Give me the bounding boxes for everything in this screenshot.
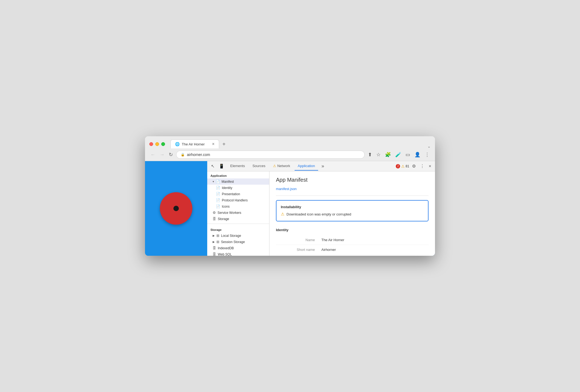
tab-sources[interactable]: Sources — [249, 162, 269, 171]
devtools-more-button[interactable]: ⋮ — [418, 161, 426, 171]
maximize-button[interactable] — [161, 142, 165, 146]
main-content-panel: App Manifest manifest.json Installabilit… — [269, 171, 435, 256]
sidebar-item-session-storage[interactable]: ▶ ⊞ Session Storage — [207, 239, 269, 245]
session-storage-arrow-icon: ▶ — [213, 240, 215, 243]
presentation-label: Presentation — [222, 192, 240, 196]
application-section-label: Application — [207, 171, 269, 178]
warning-icon: ⚠ — [401, 164, 405, 168]
identity-label: Identity — [222, 186, 232, 190]
table-row: Name The Air Horner — [276, 235, 429, 245]
manifest-json-link[interactable]: manifest.json — [276, 187, 297, 191]
warning-triangle-icon: ⚠ — [281, 212, 284, 217]
device-toolbar-button[interactable]: 📱 — [217, 161, 226, 171]
local-storage-arrow-icon: ▶ — [213, 234, 215, 237]
manifest-label: Manifest — [222, 180, 234, 184]
horn-center — [173, 206, 179, 211]
identity-table: Name The Air Horner Short name Airhorner… — [276, 235, 429, 256]
tab-close-button[interactable]: × — [212, 142, 215, 146]
sidebar-item-presentation[interactable]: 📄 Presentation — [207, 191, 269, 197]
description-label: Description — [276, 255, 319, 256]
browser-window: 🌐 The Air Horner × + ⌄ ← → ↻ 🔒 airhorner… — [145, 136, 435, 256]
local-storage-label: Local Storage — [221, 234, 241, 238]
devtools-settings-button[interactable]: ⚙ — [410, 161, 417, 171]
storage-icon: 🗄 — [213, 217, 216, 221]
installability-warning-text: Downloaded icon was empty or corrupted — [286, 212, 351, 216]
sidebar-item-local-storage[interactable]: ▶ ⊞ Local Storage — [207, 232, 269, 239]
sidebar-item-indexeddb[interactable]: 🗄 IndexedDB — [207, 245, 269, 251]
icons-file-icon: 📄 — [216, 204, 220, 208]
name-label: Name — [276, 235, 319, 245]
panel-divider — [276, 195, 429, 196]
icons-label: Icons — [222, 205, 230, 208]
session-storage-grid-icon: ⊞ — [216, 240, 219, 244]
tabs-bar: 🌐 The Air Horner × + ⌄ — [170, 139, 431, 148]
tab-chevron-icon[interactable]: ⌄ — [427, 144, 431, 148]
service-workers-label: Service Workers — [217, 211, 241, 215]
browser-actions: ⬆ ☆ 🧩 🧪 ▭ 👤 ⋮ — [367, 151, 431, 159]
sidebar-item-web-sql[interactable]: 🗄 Web SQL — [207, 251, 269, 256]
identity-section-title: Identity — [276, 226, 429, 235]
sidebar-item-icons[interactable]: 📄 Icons — [207, 203, 269, 210]
presentation-file-icon: 📄 — [216, 192, 220, 196]
tab-favicon: 🌐 — [175, 142, 180, 146]
tab-elements[interactable]: Elements — [227, 162, 248, 171]
manifest-file-icon: 📄 — [216, 180, 220, 184]
traffic-lights — [149, 142, 165, 146]
url-text: airhorner.com — [187, 152, 210, 157]
short-name-label: Short name — [276, 245, 319, 255]
installability-box: Installability ⚠ Downloaded icon was emp… — [276, 200, 429, 221]
reload-button[interactable]: ↻ — [168, 151, 174, 159]
url-bar[interactable]: 🔒 airhorner.com — [176, 151, 365, 159]
panel-title: App Manifest — [276, 177, 429, 183]
dt-toolbar-right: 2 ⚠ 81 ⚙ ⋮ × — [396, 161, 433, 171]
browser-content: ↖ 📱 Elements Sources ⚠ Network Applicati… — [145, 161, 435, 256]
installability-warning: ⚠ Downloaded icon was empty or corrupted — [281, 212, 424, 217]
share-button[interactable]: ⬆ — [367, 151, 373, 159]
browser-tab[interactable]: 🌐 The Air Horner × — [170, 139, 219, 148]
session-storage-label: Session Storage — [221, 240, 245, 244]
error-badge[interactable]: 2 ⚠ 81 — [396, 164, 409, 168]
local-storage-grid-icon: ⊞ — [216, 234, 219, 238]
back-button[interactable]: ← — [149, 151, 156, 159]
error-circle: 2 — [396, 164, 400, 168]
devtools-sidebar: Application ▾ 📄 Manifest 📄 Identity 📄 — [207, 171, 269, 256]
protocol-file-icon: 📄 — [216, 198, 220, 202]
menu-button[interactable]: ⋮ — [424, 151, 431, 159]
inspect-element-button[interactable]: ↖ — [209, 161, 216, 171]
labs-button[interactable]: 🧪 — [394, 151, 402, 159]
devtools-panel: ↖ 📱 Elements Sources ⚠ Network Applicati… — [207, 161, 435, 256]
description-value: The world's best airhorner, and it's fre… — [319, 255, 429, 256]
storage-section-label: Storage — [207, 225, 269, 232]
devtools-close-button[interactable]: × — [427, 162, 433, 171]
sidebar-item-service-workers[interactable]: ⚙ Service Workers — [207, 210, 269, 216]
name-value: The Air Horner — [319, 235, 429, 245]
tab-network[interactable]: ⚠ Network — [270, 162, 294, 171]
sidebar-button[interactable]: ▭ — [404, 151, 411, 159]
service-workers-icon: ⚙ — [213, 211, 216, 215]
network-warning-icon: ⚠ — [273, 164, 276, 168]
minimize-button[interactable] — [155, 142, 159, 146]
bookmark-button[interactable]: ☆ — [375, 151, 382, 159]
short-name-value: Airhorner — [319, 245, 429, 255]
more-tabs-button[interactable]: » — [319, 161, 326, 171]
storage-label: Storage — [218, 217, 229, 221]
close-button[interactable] — [149, 142, 153, 146]
indexeddb-label: IndexedDB — [218, 246, 234, 250]
sidebar-item-storage[interactable]: 🗄 Storage — [207, 216, 269, 222]
lock-icon: 🔒 — [181, 153, 185, 157]
table-row: Short name Airhorner — [276, 245, 429, 255]
profile-button[interactable]: 👤 — [413, 151, 421, 159]
devtools-toolbar: ↖ 📱 Elements Sources ⚠ Network Applicati… — [207, 161, 435, 171]
tab-application[interactable]: Application — [295, 162, 318, 171]
web-sql-label: Web SQL — [218, 253, 232, 256]
sidebar-item-protocol-handlers[interactable]: 📄 Protocol Handlers — [207, 197, 269, 203]
installability-title: Installability — [281, 205, 424, 209]
forward-button[interactable]: → — [159, 151, 166, 159]
sidebar-item-manifest[interactable]: ▾ 📄 Manifest — [207, 178, 269, 185]
address-bar: ← → ↻ 🔒 airhorner.com ⬆ ☆ 🧩 🧪 ▭ 👤 ⋮ — [145, 148, 435, 161]
sidebar-item-identity[interactable]: 📄 Identity — [207, 185, 269, 191]
horn-button[interactable] — [160, 192, 192, 225]
extensions-button[interactable]: 🧩 — [384, 151, 392, 159]
new-tab-button[interactable]: + — [219, 140, 229, 148]
indexeddb-icon: 🗄 — [213, 246, 216, 250]
